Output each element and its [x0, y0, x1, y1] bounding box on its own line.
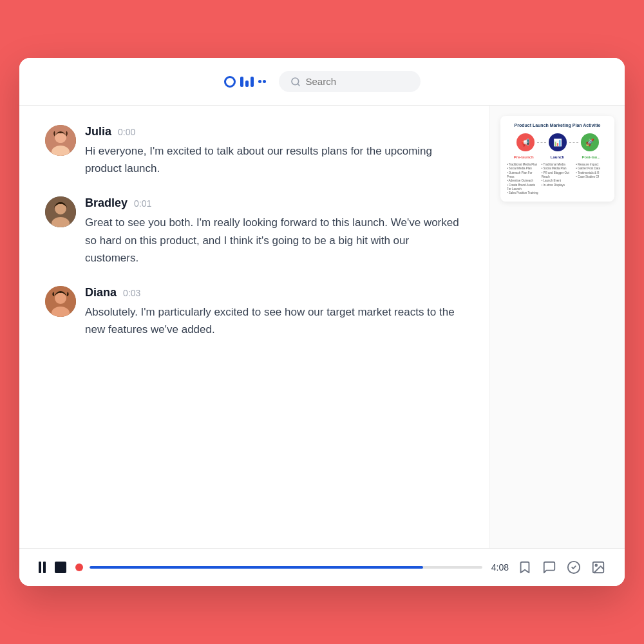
message-julia: Julia 0:00 Hi everyone, I'm excited to t…: [45, 125, 464, 177]
phase-launch-icon: 📊: [549, 133, 567, 151]
launch-items: • Traditional Media • Social Media Plan …: [542, 163, 574, 195]
launch-item-text: • Traditional Media • Social Media Plan …: [542, 163, 574, 187]
avatar-bradley: [45, 196, 76, 227]
comment-button[interactable]: [542, 560, 556, 574]
timestamp-julia: 0:00: [118, 127, 135, 137]
svg-point-14: [595, 564, 597, 566]
phase-label-pre: Pre-launch: [511, 155, 536, 159]
comment-icon: [542, 560, 556, 574]
message-header-bradley: Bradley 0:01: [85, 196, 464, 210]
message-header-diana: Diana 0:03: [85, 286, 464, 299]
message-text-diana: Absolutely. I'm particularly excited to …: [85, 303, 464, 338]
logo-dot-1: [258, 80, 261, 83]
phase-post-icon: 🚀: [581, 133, 599, 151]
avatar-diana: [45, 286, 76, 317]
pre-item-text: • Traditional Media Plan • Social Media …: [507, 163, 539, 195]
logo-dot-2: [263, 80, 266, 83]
check-button[interactable]: [567, 560, 581, 574]
pause-bar-1: [39, 562, 41, 573]
stop-icon: [55, 562, 66, 573]
speaker-name-diana: Diana: [85, 286, 117, 299]
phase-line-1: [537, 142, 546, 143]
transcript-panel: Julia 0:00 Hi everyone, I'm excited to t…: [19, 106, 489, 548]
message-diana: Diana 0:03 Absolutely. I'm particularly …: [45, 286, 464, 338]
time-display: 4:08: [491, 562, 509, 573]
timestamp-diana: 0:03: [123, 288, 140, 298]
avatar-julia: [45, 125, 76, 156]
phase-items: • Traditional Media Plan • Social Media …: [507, 163, 608, 195]
message-body-bradley: Bradley 0:01 Great to see you both. I'm …: [85, 196, 464, 267]
player-actions: [518, 560, 605, 574]
bookmark-button[interactable]: [518, 560, 532, 574]
app-window: Julia 0:00 Hi everyone, I'm excited to t…: [19, 58, 625, 586]
speaker-name-bradley: Bradley: [85, 196, 128, 210]
slide-title: Product Launch Marketing Plan Activitie: [507, 122, 608, 128]
progress-container: [75, 564, 482, 571]
message-body-diana: Diana 0:03 Absolutely. I'm particularly …: [85, 286, 464, 338]
check-icon: [567, 560, 581, 574]
logo-bar-1: [240, 77, 243, 87]
pause-icon: [39, 562, 46, 573]
post-items: • Measure Impact • Gather Post Data • Te…: [576, 163, 608, 195]
post-item-text: • Measure Impact • Gather Post Data • Te…: [576, 163, 608, 179]
timestamp-bradley: 0:01: [134, 198, 151, 209]
message-text-julia: Hi everyone, I'm excited to talk about o…: [85, 142, 464, 177]
search-icon: [290, 77, 301, 87]
phase-label-launch: Launch: [544, 155, 570, 159]
phase-pre-icon: 📢: [516, 133, 535, 151]
pre-items: • Traditional Media Plan • Social Media …: [507, 163, 539, 195]
bookmark-icon: [518, 560, 532, 574]
search-bar[interactable]: [279, 71, 421, 92]
logo-circle-icon: [224, 76, 236, 88]
logo-bars-icon: [240, 77, 254, 87]
phase-line-2: [569, 142, 578, 143]
image-button[interactable]: [591, 560, 605, 574]
message-body-julia: Julia 0:00 Hi everyone, I'm excited to t…: [85, 125, 464, 177]
slide-phases: 📢 📊 🚀: [507, 133, 608, 151]
progress-fill: [90, 566, 423, 569]
stop-button[interactable]: [55, 562, 66, 573]
logo: [224, 76, 266, 88]
svg-line-1: [298, 84, 299, 86]
pause-button[interactable]: [39, 562, 46, 573]
header: [19, 58, 625, 106]
logo-bar-2: [245, 80, 249, 87]
message-text-bradley: Great to see you both. I'm really lookin…: [85, 214, 464, 267]
slide-panel: Product Launch Marketing Plan Activitie …: [489, 106, 625, 548]
search-input[interactable]: [306, 76, 409, 87]
player-bar: 4:08: [19, 548, 625, 586]
pause-bar-2: [43, 562, 46, 573]
record-dot-icon: [75, 564, 83, 571]
phase-labels: Pre-launch Launch Post-lau...: [507, 155, 608, 159]
speaker-name-julia: Julia: [85, 125, 111, 138]
progress-track[interactable]: [90, 566, 482, 569]
logo-dots-icon: [258, 80, 266, 83]
image-icon: [591, 560, 605, 574]
message-bradley: Bradley 0:01 Great to see you both. I'm …: [45, 196, 464, 267]
content-area: Julia 0:00 Hi everyone, I'm excited to t…: [19, 106, 625, 548]
logo-bar-3: [251, 77, 254, 87]
message-header-julia: Julia 0:00: [85, 125, 464, 138]
phase-label-post: Post-lau...: [578, 155, 604, 159]
slide-card[interactable]: Product Launch Marketing Plan Activitie …: [500, 116, 614, 202]
